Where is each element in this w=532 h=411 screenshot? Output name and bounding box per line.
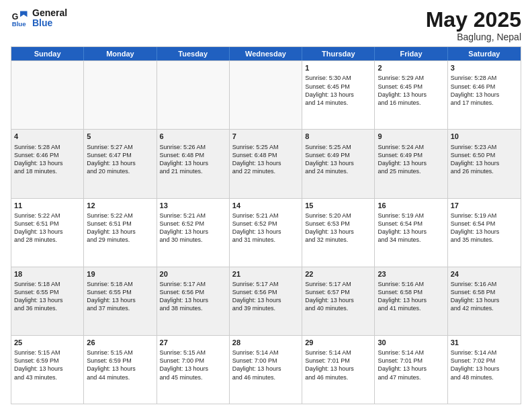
day-info-25: Sunrise: 5:15 AM Sunset: 6:59 PM Dayligh… <box>14 349 81 381</box>
day-number-17: 17 <box>451 201 518 210</box>
day-info-11: Sunrise: 5:22 AM Sunset: 6:51 PM Dayligh… <box>14 212 81 244</box>
day-info-10: Sunrise: 5:23 AM Sunset: 6:50 PM Dayligh… <box>451 143 518 176</box>
day-number-27: 27 <box>160 338 226 347</box>
title-block: May 2025 Baglung, Nepal <box>426 8 521 42</box>
calendar-header: Sunday Monday Tuesday Wednesday Thursday… <box>11 47 521 60</box>
day-info-7: Sunrise: 5:25 AM Sunset: 6:48 PM Dayligh… <box>232 143 299 176</box>
day-info-16: Sunrise: 5:19 AM Sunset: 6:54 PM Dayligh… <box>378 212 444 244</box>
cal-cell-4-1: 26Sunrise: 5:15 AM Sunset: 6:59 PM Dayli… <box>84 336 157 404</box>
cal-cell-3-6: 24Sunrise: 5:16 AM Sunset: 6:58 PM Dayli… <box>448 267 521 335</box>
day-number-19: 19 <box>87 269 153 279</box>
calendar-body: 1Sunrise: 5:30 AM Sunset: 6:45 PM Daylig… <box>11 60 521 404</box>
cal-cell-2-4: 15Sunrise: 5:20 AM Sunset: 6:53 PM Dayli… <box>302 199 375 267</box>
day-info-5: Sunrise: 5:27 AM Sunset: 6:47 PM Dayligh… <box>87 143 153 176</box>
day-info-8: Sunrise: 5:25 AM Sunset: 6:49 PM Dayligh… <box>305 143 371 176</box>
cal-cell-4-0: 25Sunrise: 5:15 AM Sunset: 6:59 PM Dayli… <box>11 336 84 404</box>
day-number-7: 7 <box>232 132 299 141</box>
day-number-25: 25 <box>14 338 81 347</box>
cal-cell-3-3: 21Sunrise: 5:17 AM Sunset: 6:56 PM Dayli… <box>230 267 302 335</box>
cal-cell-1-4: 8Sunrise: 5:25 AM Sunset: 6:49 PM Daylig… <box>302 130 375 197</box>
day-number-31: 31 <box>451 338 518 347</box>
week-row-1: 1Sunrise: 5:30 AM Sunset: 6:45 PM Daylig… <box>11 60 521 129</box>
svg-text:Blue: Blue <box>12 21 26 28</box>
day-number-22: 22 <box>305 269 371 279</box>
cal-cell-4-5: 30Sunrise: 5:14 AM Sunset: 7:01 PM Dayli… <box>375 336 447 404</box>
day-info-21: Sunrise: 5:17 AM Sunset: 6:56 PM Dayligh… <box>232 280 299 313</box>
day-info-1: Sunrise: 5:30 AM Sunset: 6:45 PM Dayligh… <box>305 74 371 107</box>
cal-cell-0-1 <box>84 61 157 129</box>
day-info-29: Sunrise: 5:14 AM Sunset: 7:01 PM Dayligh… <box>305 349 371 381</box>
cal-cell-1-5: 9Sunrise: 5:24 AM Sunset: 6:49 PM Daylig… <box>375 130 447 197</box>
day-info-22: Sunrise: 5:17 AM Sunset: 6:57 PM Dayligh… <box>305 280 371 313</box>
cal-cell-2-6: 17Sunrise: 5:19 AM Sunset: 6:54 PM Dayli… <box>448 199 521 267</box>
header-thursday: Thursday <box>302 47 375 60</box>
day-number-13: 13 <box>160 201 226 210</box>
logo-line2: Blue <box>32 18 67 28</box>
cal-cell-3-1: 19Sunrise: 5:18 AM Sunset: 6:55 PM Dayli… <box>84 267 157 335</box>
day-info-13: Sunrise: 5:21 AM Sunset: 6:52 PM Dayligh… <box>160 212 226 244</box>
day-info-27: Sunrise: 5:15 AM Sunset: 7:00 PM Dayligh… <box>160 349 226 381</box>
day-number-26: 26 <box>87 338 153 347</box>
day-number-11: 11 <box>14 201 81 210</box>
day-info-18: Sunrise: 5:18 AM Sunset: 6:55 PM Dayligh… <box>14 280 81 313</box>
day-number-16: 16 <box>378 201 444 210</box>
month-title: May 2025 <box>426 8 521 32</box>
day-info-28: Sunrise: 5:14 AM Sunset: 7:00 PM Dayligh… <box>232 349 299 381</box>
day-info-2: Sunrise: 5:29 AM Sunset: 6:45 PM Dayligh… <box>378 74 444 107</box>
cal-cell-2-0: 11Sunrise: 5:22 AM Sunset: 6:51 PM Dayli… <box>11 199 84 267</box>
week-row-5: 25Sunrise: 5:15 AM Sunset: 6:59 PM Dayli… <box>11 335 521 404</box>
cal-cell-0-5: 2Sunrise: 5:29 AM Sunset: 6:45 PM Daylig… <box>375 61 447 129</box>
day-info-23: Sunrise: 5:16 AM Sunset: 6:58 PM Dayligh… <box>378 280 444 313</box>
cal-cell-2-2: 13Sunrise: 5:21 AM Sunset: 6:52 PM Dayli… <box>157 199 230 267</box>
day-info-12: Sunrise: 5:22 AM Sunset: 6:51 PM Dayligh… <box>87 212 153 244</box>
cal-cell-1-3: 7Sunrise: 5:25 AM Sunset: 6:48 PM Daylig… <box>230 130 302 197</box>
day-info-24: Sunrise: 5:16 AM Sunset: 6:58 PM Dayligh… <box>451 280 518 313</box>
cal-cell-4-2: 27Sunrise: 5:15 AM Sunset: 7:00 PM Dayli… <box>157 336 230 404</box>
subtitle: Baglung, Nepal <box>426 32 521 42</box>
cal-cell-0-2 <box>157 61 230 129</box>
day-info-4: Sunrise: 5:28 AM Sunset: 6:46 PM Dayligh… <box>14 143 81 176</box>
day-number-28: 28 <box>232 338 299 347</box>
day-number-21: 21 <box>232 269 299 279</box>
calendar: Sunday Monday Tuesday Wednesday Thursday… <box>11 46 521 404</box>
header-wednesday: Wednesday <box>230 47 302 60</box>
cal-cell-2-5: 16Sunrise: 5:19 AM Sunset: 6:54 PM Dayli… <box>375 199 447 267</box>
cal-cell-4-3: 28Sunrise: 5:14 AM Sunset: 7:00 PM Dayli… <box>230 336 302 404</box>
cal-cell-0-4: 1Sunrise: 5:30 AM Sunset: 6:45 PM Daylig… <box>302 61 375 129</box>
cal-cell-1-0: 4Sunrise: 5:28 AM Sunset: 6:46 PM Daylig… <box>11 130 84 197</box>
logo-line1: General <box>32 8 67 18</box>
cal-cell-0-3 <box>230 61 302 129</box>
day-number-2: 2 <box>378 63 444 73</box>
day-number-20: 20 <box>160 269 226 279</box>
cal-cell-3-4: 22Sunrise: 5:17 AM Sunset: 6:57 PM Dayli… <box>302 267 375 335</box>
day-info-15: Sunrise: 5:20 AM Sunset: 6:53 PM Dayligh… <box>305 212 371 244</box>
day-info-31: Sunrise: 5:14 AM Sunset: 7:02 PM Dayligh… <box>451 349 518 381</box>
day-info-3: Sunrise: 5:28 AM Sunset: 6:46 PM Dayligh… <box>451 74 518 107</box>
day-number-1: 1 <box>305 63 371 73</box>
cal-cell-3-5: 23Sunrise: 5:16 AM Sunset: 6:58 PM Dayli… <box>375 267 447 335</box>
header-friday: Friday <box>375 47 447 60</box>
cal-cell-1-6: 10Sunrise: 5:23 AM Sunset: 6:50 PM Dayli… <box>448 130 521 197</box>
cal-cell-3-0: 18Sunrise: 5:18 AM Sunset: 6:55 PM Dayli… <box>11 267 84 335</box>
cal-cell-0-6: 3Sunrise: 5:28 AM Sunset: 6:46 PM Daylig… <box>448 61 521 129</box>
cal-cell-4-4: 29Sunrise: 5:14 AM Sunset: 7:01 PM Dayli… <box>302 336 375 404</box>
day-info-30: Sunrise: 5:14 AM Sunset: 7:01 PM Dayligh… <box>378 349 444 381</box>
cal-cell-2-1: 12Sunrise: 5:22 AM Sunset: 6:51 PM Dayli… <box>84 199 157 267</box>
logo-icon: G Blue <box>11 9 30 28</box>
week-row-2: 4Sunrise: 5:28 AM Sunset: 6:46 PM Daylig… <box>11 129 521 197</box>
header-saturday: Saturday <box>448 47 521 60</box>
header-sunday: Sunday <box>11 47 84 60</box>
logo: G Blue General Blue <box>11 8 67 29</box>
cal-cell-3-2: 20Sunrise: 5:17 AM Sunset: 6:56 PM Dayli… <box>157 267 230 335</box>
day-info-20: Sunrise: 5:17 AM Sunset: 6:56 PM Dayligh… <box>160 280 226 313</box>
header-monday: Monday <box>84 47 157 60</box>
cal-cell-0-0 <box>11 61 84 129</box>
cal-cell-2-3: 14Sunrise: 5:21 AM Sunset: 6:52 PM Dayli… <box>230 199 302 267</box>
day-number-12: 12 <box>87 201 153 210</box>
day-info-26: Sunrise: 5:15 AM Sunset: 6:59 PM Dayligh… <box>87 349 153 381</box>
cal-cell-1-2: 6Sunrise: 5:26 AM Sunset: 6:48 PM Daylig… <box>157 130 230 197</box>
day-number-24: 24 <box>451 269 518 279</box>
day-info-9: Sunrise: 5:24 AM Sunset: 6:49 PM Dayligh… <box>378 143 444 176</box>
day-number-9: 9 <box>378 132 444 141</box>
cal-cell-1-1: 5Sunrise: 5:27 AM Sunset: 6:47 PM Daylig… <box>84 130 157 197</box>
